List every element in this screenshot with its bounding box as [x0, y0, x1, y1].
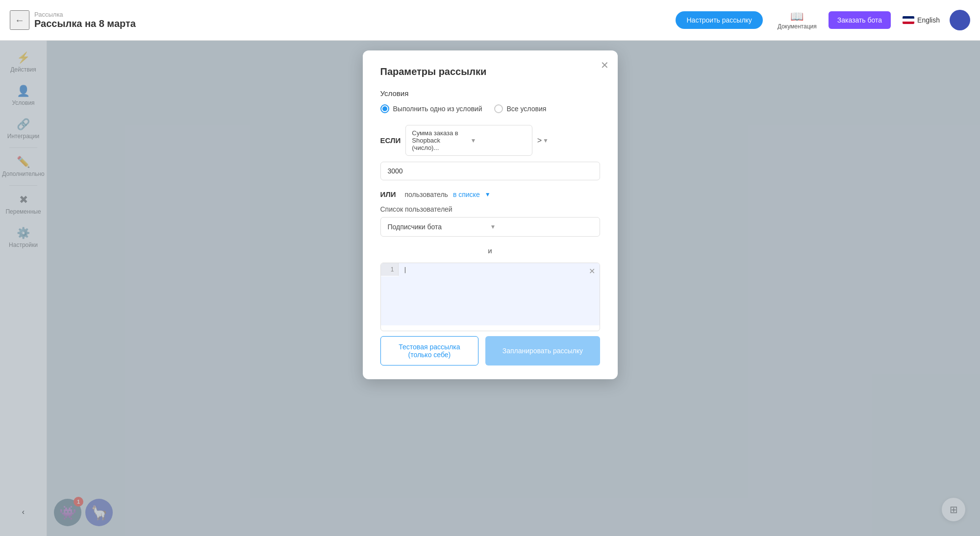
breadcrumb: Рассылка Рассылка на 8 марта	[34, 11, 136, 29]
chevron-down-icon: ▼	[470, 137, 526, 144]
conditions-label: Условия	[380, 89, 600, 97]
modal-title: Параметры рассылки	[380, 66, 600, 77]
user-list-select[interactable]: Подписчики бота ▼	[380, 217, 600, 237]
radio-all-circle	[494, 104, 503, 113]
order-bot-button[interactable]: Заказать бота	[829, 11, 891, 29]
code-content[interactable]: |	[399, 263, 600, 276]
avatar[interactable]	[950, 10, 970, 30]
breadcrumb-top: Рассылка	[34, 11, 136, 18]
code-close-button[interactable]: ✕	[589, 267, 595, 276]
operator-button[interactable]: > ▼	[537, 136, 549, 145]
modal: ✕ Параметры рассылки Условия Выполнить о…	[363, 50, 618, 379]
modal-footer: Тестовая рассылка (только себе) Запланир…	[380, 336, 600, 365]
operator-chevron-icon: ▼	[543, 137, 549, 144]
radio-all-label: Все условия	[507, 105, 547, 113]
if-label: ЕСЛИ	[380, 136, 401, 145]
language-selector[interactable]: English	[903, 16, 940, 24]
docs-link[interactable]: 📖 Документация	[778, 10, 817, 30]
code-block-wrap: ✕ 1 |	[380, 263, 600, 331]
code-line-1: 1 |	[381, 263, 600, 276]
page-title: Рассылка на 8 марта	[34, 18, 136, 29]
user-list-value: Подписчики бота	[388, 223, 490, 231]
header: ← Рассылка Рассылка на 8 марта Настроить…	[0, 0, 980, 41]
radio-group: Выполнить одно из условий Все условия	[380, 104, 600, 113]
configure-button[interactable]: Настроить рассылку	[676, 11, 762, 29]
and-label: и	[380, 246, 600, 255]
if-row: ЕСЛИ Сумма заказа в Shopback (число)... …	[380, 125, 600, 156]
or-chevron-icon[interactable]: ▼	[485, 191, 491, 198]
modal-close-button[interactable]: ✕	[601, 59, 609, 71]
radio-all-option[interactable]: Все условия	[494, 104, 547, 113]
code-editor[interactable]: 1 |	[380, 263, 600, 331]
back-button[interactable]: ←	[10, 10, 29, 30]
flag-icon	[903, 16, 914, 24]
condition-dropdown[interactable]: Сумма заказа в Shopback (число)... ▼	[405, 125, 532, 156]
book-icon: 📖	[778, 10, 817, 23]
user-list-label: Список пользователей	[380, 205, 600, 213]
schedule-button[interactable]: Запланировать рассылку	[485, 336, 600, 365]
value-input[interactable]	[380, 162, 600, 180]
operator-label: >	[537, 136, 542, 145]
user-list-chevron-icon: ▼	[490, 223, 593, 230]
language-label: English	[917, 16, 940, 24]
test-send-button[interactable]: Тестовая рассылка (только себе)	[380, 336, 479, 365]
radio-one-circle	[380, 104, 389, 113]
radio-one-label: Выполнить одно из условий	[393, 105, 482, 113]
radio-one-option[interactable]: Выполнить одно из условий	[380, 104, 482, 113]
or-label: ИЛИ	[380, 190, 400, 198]
code-line-number: 1	[381, 263, 399, 276]
or-text: пользователь	[405, 191, 448, 198]
modal-overlay: ✕ Параметры рассылки Условия Выполнить о…	[0, 41, 980, 536]
or-link[interactable]: в списке	[453, 191, 480, 198]
or-row: ИЛИ пользователь в списке ▼	[380, 190, 600, 198]
condition-dropdown-value: Сумма заказа в Shopback (число)...	[412, 129, 467, 151]
